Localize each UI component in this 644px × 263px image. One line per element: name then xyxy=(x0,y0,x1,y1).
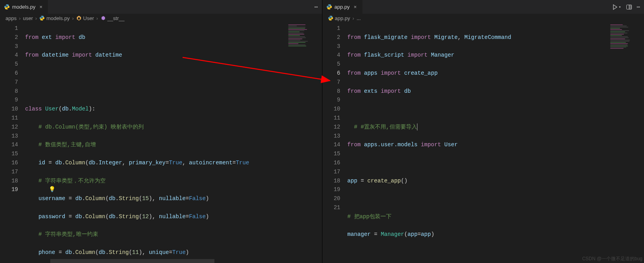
tabbar-right: app.py × ▾ ⋯ xyxy=(322,0,644,14)
python-icon xyxy=(39,15,45,21)
crumb-file: app.py xyxy=(328,15,350,21)
editor-pane-left: models.py × ⋯ apps › user › models.py › … xyxy=(0,0,322,263)
breadcrumb-left[interactable]: apps › user › models.py › User › __str__ xyxy=(0,14,322,22)
tab-actions-right: ▾ ⋯ xyxy=(609,0,644,14)
editor-right[interactable]: 123456789101112131415161718192021 from f… xyxy=(322,22,644,263)
tabbar-left: models.py × ⋯ xyxy=(0,0,322,14)
text-cursor xyxy=(417,123,417,131)
editor-pane-right: app.py × ▾ ⋯ app.py › ... 1234567 xyxy=(322,0,644,263)
lightbulb-icon[interactable]: 💡 xyxy=(49,185,55,194)
minimap-right[interactable] xyxy=(607,22,639,263)
method-icon xyxy=(101,15,106,21)
close-icon[interactable]: × xyxy=(38,4,44,10)
split-icon[interactable] xyxy=(626,4,632,10)
breadcrumb-right[interactable]: app.py › ... xyxy=(322,14,644,22)
crumb-ellipsis: ... xyxy=(357,15,361,21)
crumb-apps: apps xyxy=(5,15,16,21)
minimap-left[interactable] xyxy=(285,22,317,263)
gutter-right: 123456789101112131415161718192021 xyxy=(322,22,348,263)
watermark: CSDN @一个微不足道的bug xyxy=(582,256,642,262)
tab-label: app.py xyxy=(335,4,350,10)
horizontal-scrollbar[interactable] xyxy=(50,259,285,263)
run-icon[interactable] xyxy=(612,4,618,10)
crumb-file: models.py xyxy=(39,15,70,21)
python-icon xyxy=(328,15,333,21)
tab-models-py[interactable]: models.py × xyxy=(0,0,48,14)
close-icon[interactable]: × xyxy=(352,4,359,10)
more-icon[interactable]: ⋯ xyxy=(315,4,318,10)
python-icon xyxy=(4,4,10,10)
code-left[interactable]: from ext import db from datetime import … xyxy=(25,22,285,263)
tab-app-py[interactable]: app.py × xyxy=(322,0,363,14)
editor-left[interactable]: 12345678910111213141516171819 💡 from ext… xyxy=(0,22,322,263)
crumb-user: user xyxy=(23,15,33,21)
crumb-class: User xyxy=(76,15,94,21)
gutter-left: 12345678910111213141516171819 xyxy=(0,22,25,263)
class-icon xyxy=(76,15,82,21)
more-icon[interactable]: ⋯ xyxy=(637,4,641,10)
run-dropdown-icon[interactable]: ▾ xyxy=(619,5,621,9)
tab-label: models.py xyxy=(12,4,35,10)
svg-rect-2 xyxy=(629,5,632,9)
crumb-method: __str__ xyxy=(101,15,124,21)
tab-actions-left: ⋯ xyxy=(311,0,322,14)
code-right[interactable]: from flask_migrate import Migrate, Migra… xyxy=(348,22,607,263)
python-icon xyxy=(326,4,332,10)
